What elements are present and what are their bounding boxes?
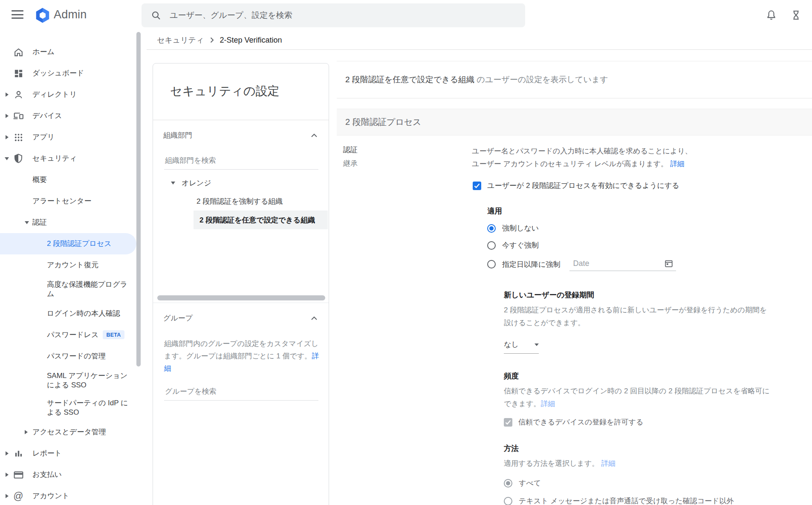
panel-horizontal-scrollbar[interactable] [157,295,325,300]
menu-icon[interactable] [12,10,23,20]
auth-description: ユーザー名とパスワードの入力時に本人確認を求めることにより、ユーザー アカウント… [472,145,698,170]
breadcrumb-parent[interactable]: セキュリティ [157,35,204,45]
radio-method-any [504,479,512,488]
at-icon: @ [13,491,24,502]
collapse-chevron-icon[interactable] [311,316,318,320]
global-search-input[interactable] [170,11,468,20]
expand-right-icon [25,430,28,434]
date-input[interactable] [569,257,655,268]
radio-no-enforcement[interactable] [487,224,496,233]
inheritance-status: 継承 [343,159,472,168]
auth-learn-more-link[interactable]: 詳細 [670,160,685,168]
sidebar-item-access-data-control[interactable]: アクセスとデータ管理 [0,421,147,443]
sidebar-item-third-party-idp-sso[interactable]: サードパーティの IdP による SSO [0,394,147,421]
apps-grid-icon [13,132,24,143]
sidebar-item-billing[interactable]: お支払い [0,464,147,485]
allow-2sv-checkbox[interactable] [473,182,481,190]
bar-chart-icon [13,448,24,459]
trusted-device-checkbox [504,418,512,427]
breadcrumb: セキュリティ 2-Step Verification [147,31,812,50]
radio-label: すべて [519,478,541,488]
sidebar-item-dashboard[interactable]: ダッシュボード [0,63,147,84]
expand-down-icon [5,157,9,160]
dropdown-arrow-icon [535,343,539,346]
enforcement-title: 適用 [487,206,812,216]
scope-banner: 2 段階認証を任意で設定できる組織 のユーザーの設定を表示しています [337,61,812,98]
beta-badge: BETA [103,330,124,339]
expand-down-icon [171,182,175,185]
enrollment-period-title: 新しいユーザーの登録期間 [504,290,812,300]
radio-label: 今すぐ強制 [502,240,539,250]
scope-banner-suffix: のユーザーの設定を表示しています [474,74,608,85]
devices-icon [13,110,24,121]
sidebar-item-home[interactable]: ホーム [0,41,147,63]
sidebar-item-saml-sso[interactable]: SAML アプリケーションによる SSO [0,367,147,394]
expand-right-icon [6,92,9,97]
sidebar-item-reports[interactable]: レポート [0,443,147,464]
enrollment-period-value: なし [504,340,519,349]
main-content: 2 段階認証を任意で設定できる組織 のユーザーの設定を表示しています 2 段階認… [337,50,812,505]
org-tree-item-optional[interactable]: 2 段階認証を任意で設定できる組織 [194,211,328,229]
radio-label: 強制しない [502,223,539,233]
sidebar-nav: ホーム ダッシュボード ディレクトリ デバイス アプリ セキュ [0,31,147,505]
group-search-input[interactable] [164,387,318,401]
sidebar-item-apps[interactable]: アプリ [0,127,147,148]
radio-enforce-from-date[interactable] [487,260,496,268]
radio-method-no-sms [504,497,512,505]
sidebar-item-directory[interactable]: ディレクトリ [0,84,147,105]
radio-enforce-now[interactable] [487,241,496,250]
admin-logo-icon [34,7,51,26]
collapse-chevron-icon[interactable] [311,133,318,138]
expand-down-icon [25,221,29,224]
frequency-learn-more-link[interactable]: 詳細 [541,400,555,408]
pending-tasks-hourglass-icon[interactable] [790,9,802,23]
notifications-bell-icon[interactable] [766,9,777,23]
panel-title: セキュリティの設定 [153,63,329,99]
frequency-title: 頻度 [504,371,812,381]
sidebar-item-login-challenges[interactable]: ログイン時の本人確認 [0,303,147,324]
sidebar-item-devices[interactable]: デバイス [0,105,147,127]
scope-org-name: 2 段階認証を任意で設定できる組織 [345,74,474,85]
sidebar-scrollbar[interactable] [136,32,141,366]
sidebar-item-2sv[interactable]: 2 段階認証プロセス [0,233,136,254]
expand-right-icon [6,135,9,139]
expand-right-icon [6,494,9,498]
breadcrumb-current: 2-Step Verification [220,36,282,45]
org-tree-item-enforced[interactable]: 2 段階認証を強制する組織 [153,192,329,211]
sidebar-item-account-recovery[interactable]: アカウント復元 [0,254,147,276]
home-icon [13,46,24,58]
global-search[interactable] [142,3,525,27]
sidebar-item-account[interactable]: @ アカウント [0,485,147,505]
search-icon [151,10,161,20]
radio-label: テキスト メッセージまたは音声通話で受け取った確認コード以外 [519,496,734,505]
person-icon [13,89,24,100]
methods-title: 方法 [504,443,812,453]
org-tree-root[interactable]: オレンジ [153,174,329,192]
methods-learn-more-link[interactable]: 詳細 [601,459,616,467]
sidebar-item-advanced-protection[interactable]: 高度な保護機能プログラム [0,276,147,303]
expand-right-icon [6,451,9,456]
calendar-icon[interactable] [664,259,673,270]
credit-card-icon [13,469,24,480]
org-unit-section-title: 組織部門 [163,130,192,140]
groups-description: 組織部門内のグループの設定をカスタマイズします。グループは組織部門ごとに 1 個… [164,338,319,375]
org-unit-search-input[interactable] [164,156,318,170]
shield-icon [13,153,24,164]
enrollment-period-select[interactable]: なし [504,340,539,354]
expand-right-icon [6,114,9,118]
section-header: 2 段階認証プロセス [337,109,812,136]
radio-label: 指定日以降に強制 [502,260,560,269]
dashboard-icon [13,68,24,79]
sidebar-item-alert-center[interactable]: アラートセンター [0,190,147,212]
security-settings-panel: セキュリティの設定 組織部門 オレンジ 2 段階認証を強制する組織 2 段階認証… [153,63,329,505]
sidebar-item-security-overview[interactable]: 概要 [0,169,147,190]
chevron-right-icon [210,37,214,43]
sidebar-item-password-management[interactable]: パスワードの管理 [0,346,147,367]
groups-section-title: グループ [163,313,193,323]
sidebar-item-security[interactable]: セキュリティ [0,148,147,169]
enrollment-period-description: 2 段階認証プロセスが適用される前に新しいユーザーが登録を行うための期間を設ける… [504,304,770,329]
app-header: Admin [0,0,812,31]
sidebar-item-authentication[interactable]: 認証 [0,212,147,233]
sidebar-item-passwordless[interactable]: パスワードレスBETA [0,324,147,346]
trusted-device-label: 信頼できるデバイスの登録を許可する [518,417,643,427]
